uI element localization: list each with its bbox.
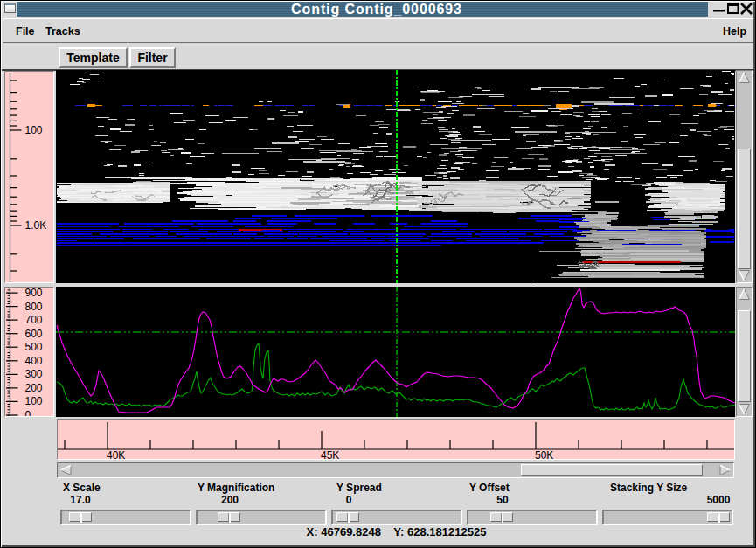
svg-text:500: 500 <box>25 341 43 353</box>
svg-text:900: 900 <box>25 288 43 299</box>
svg-text:45K: 45K <box>321 449 339 459</box>
svg-text:400: 400 <box>25 355 43 367</box>
svg-text:40K: 40K <box>107 449 125 459</box>
svg-text:1.0K: 1.0K <box>25 219 47 232</box>
svg-text:600: 600 <box>25 328 43 340</box>
svg-text:700: 700 <box>25 314 43 326</box>
svg-text:100: 100 <box>25 124 43 136</box>
svg-text:300: 300 <box>25 368 43 380</box>
svg-text:50K: 50K <box>535 449 553 459</box>
svg-text:800: 800 <box>25 301 43 313</box>
svg-text:200: 200 <box>25 382 43 394</box>
svg-text:100: 100 <box>25 395 43 407</box>
svg-text:0: 0 <box>25 409 31 416</box>
